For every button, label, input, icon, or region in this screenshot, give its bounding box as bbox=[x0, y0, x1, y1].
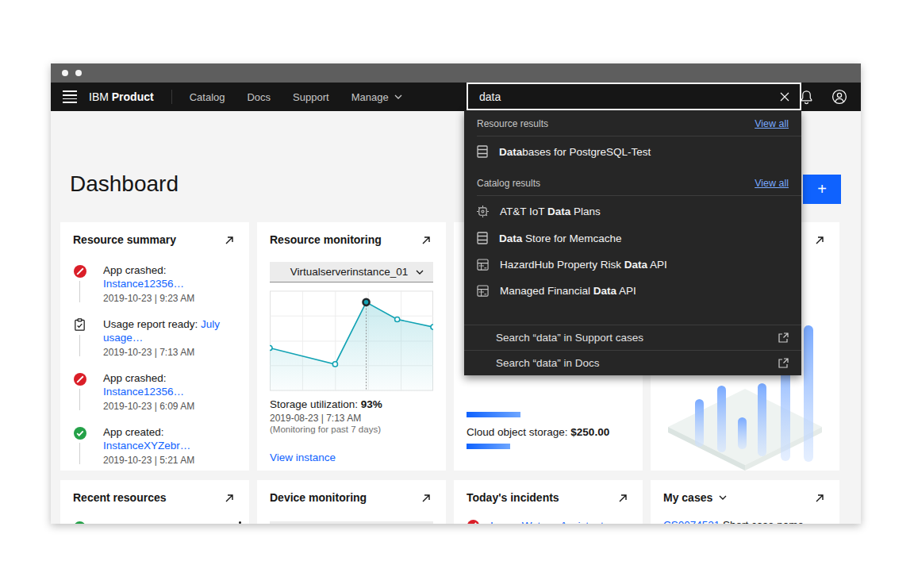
search-results-dropdown: Resource results View all Databases for … bbox=[464, 110, 801, 375]
nav-item-catalog[interactable]: Catalog bbox=[190, 91, 225, 103]
storage-chart bbox=[270, 289, 433, 393]
report-icon bbox=[73, 318, 86, 332]
chevron-down-icon bbox=[416, 270, 424, 275]
search-result-item[interactable]: Managed Financial Data API bbox=[464, 278, 801, 304]
metric-timestamp: 2019-08-23 | 7:13 AM bbox=[270, 413, 433, 424]
external-link-icon bbox=[778, 358, 789, 369]
nav-item-docs[interactable]: Docs bbox=[247, 91, 271, 103]
app-window: IBM Product Catalog Docs Support Manage bbox=[51, 63, 861, 524]
database-icon bbox=[477, 232, 488, 244]
event-timestamp: 2019-10-23 | 7:13 AM bbox=[103, 347, 236, 358]
view-all-catalog-link[interactable]: View all bbox=[755, 178, 789, 189]
incident-link[interactable]: Issue: Watson Assistant bbox=[490, 520, 604, 524]
api-icon bbox=[477, 285, 489, 297]
event-row: Usage report ready: July usage… 2019-10-… bbox=[73, 317, 236, 358]
event-link[interactable]: Instance12356… bbox=[103, 278, 184, 290]
search-in-docs[interactable]: Search “data” in Docs bbox=[464, 350, 801, 375]
catalog-results-header: Catalog results View all bbox=[464, 167, 801, 195]
nav-item-manage[interactable]: Manage bbox=[351, 91, 402, 103]
resource-link[interactable]: Zebrabusiness-instance-123 bbox=[97, 521, 232, 524]
database-icon bbox=[477, 145, 488, 158]
incident-row: Issue: Watson Assistant Dallas – 3:24 PM… bbox=[467, 518, 630, 524]
card-title: Device monitoring bbox=[270, 491, 367, 504]
brand-logo[interactable]: IBM Product bbox=[89, 90, 154, 103]
external-link-icon bbox=[778, 332, 789, 344]
chevron-down-icon bbox=[394, 94, 402, 99]
view-all-resources-link[interactable]: View all bbox=[755, 118, 789, 129]
launch-icon[interactable] bbox=[419, 491, 433, 505]
launch-icon[interactable] bbox=[812, 233, 827, 248]
launch-icon[interactable] bbox=[616, 491, 630, 505]
resource-row: Zebrabusiness-instance-123 Continuous de… bbox=[73, 520, 236, 524]
view-instance-link[interactable]: View instance bbox=[270, 452, 336, 463]
nav-divider bbox=[171, 90, 172, 104]
usage-progress-bar bbox=[467, 444, 510, 449]
nav-links: Catalog Docs Support Manage bbox=[190, 91, 402, 103]
todays-incidents-card: Today's incidents Issue: Watson Assistan… bbox=[454, 480, 643, 524]
window-dot[interactable] bbox=[62, 70, 68, 76]
event-timestamp: 2019-10-23 | 6:09 AM bbox=[103, 401, 236, 412]
error-icon bbox=[73, 372, 87, 386]
case-row: CS0074521 Short case name In progress | … bbox=[663, 518, 827, 524]
usage-storage-label: Cloud object storage: $250.00 bbox=[467, 426, 609, 438]
user-avatar-icon bbox=[831, 89, 847, 105]
resource-summary-card: Resource summary App crashed: Instance12… bbox=[60, 222, 249, 471]
search-result-item[interactable]: HazardHub Property Risk Data API bbox=[464, 252, 801, 278]
metric-note: (Monitoring for past 7 days) bbox=[270, 425, 433, 434]
usage-progress-bar bbox=[467, 412, 520, 417]
case-link[interactable]: CS0074521 bbox=[663, 519, 720, 524]
card-title: Resource summary bbox=[73, 233, 176, 246]
chevron-down-icon[interactable] bbox=[719, 495, 727, 500]
error-icon bbox=[467, 519, 480, 524]
api-icon bbox=[477, 259, 489, 271]
event-row: App created: InstanceXYZebr… 2019-10-23 … bbox=[73, 425, 236, 466]
nav-right-actions bbox=[791, 83, 861, 111]
recent-resources-card: Recent resources Zebrabusiness-instance-… bbox=[60, 480, 249, 524]
global-search bbox=[467, 83, 801, 110]
device-monitoring-card: Device monitoring All devices 1,207 bbox=[257, 480, 446, 524]
nav-item-support[interactable]: Support bbox=[293, 91, 329, 103]
error-icon bbox=[73, 264, 87, 279]
card-title: Recent resources bbox=[73, 491, 167, 504]
launch-icon[interactable] bbox=[222, 233, 236, 248]
success-icon bbox=[73, 426, 87, 440]
window-dot[interactable] bbox=[75, 70, 82, 76]
card-title: Resource monitoring bbox=[270, 233, 382, 246]
search-result-item[interactable]: AT&T IoT Data Plans bbox=[464, 196, 801, 225]
success-icon bbox=[73, 521, 86, 524]
search-input[interactable] bbox=[468, 90, 770, 103]
close-icon[interactable] bbox=[770, 84, 800, 109]
card-title: Today's incidents bbox=[467, 491, 559, 504]
event-link[interactable]: Instance12356… bbox=[103, 386, 184, 398]
event-timestamp: 2019-10-23 | 5:21 AM bbox=[103, 455, 236, 466]
storage-chart-wrap bbox=[270, 289, 433, 393]
account-button[interactable] bbox=[824, 83, 854, 111]
device-selector[interactable]: All devices bbox=[270, 521, 433, 524]
overflow-menu-icon[interactable] bbox=[239, 520, 241, 524]
launch-icon[interactable] bbox=[419, 233, 433, 248]
event-row: App crashed: Instance12356… 2019-10-23 |… bbox=[73, 371, 236, 412]
search-in-support-cases[interactable]: Search “data” in Support cases bbox=[464, 325, 801, 350]
search-result-item[interactable]: Data Store for Memcache bbox=[464, 225, 801, 252]
launch-icon[interactable] bbox=[812, 491, 827, 505]
resource-monitoring-card: Resource monitoring Virtualserverinstanc… bbox=[257, 222, 446, 471]
event-timestamp: 2019-10-23 | 9:23 AM bbox=[103, 293, 236, 304]
window-titlebar bbox=[51, 63, 861, 83]
resource-results-header: Resource results View all bbox=[464, 110, 801, 136]
metric-value: Storage utilization: 93% bbox=[270, 398, 433, 410]
event-link[interactable]: InstanceXYZebr… bbox=[103, 440, 190, 452]
my-cases-card: My cases CS0074521 Short case name In pr… bbox=[651, 480, 839, 524]
menu-icon[interactable] bbox=[51, 83, 89, 111]
page-title: Dashboard bbox=[70, 171, 179, 197]
create-resource-button[interactable]: + bbox=[803, 175, 841, 204]
launch-icon[interactable] bbox=[222, 491, 236, 505]
instance-selector[interactable]: Virtualserverinstance_01 bbox=[270, 262, 433, 282]
event-row: App crashed: Instance12356… 2019-10-23 |… bbox=[73, 263, 236, 304]
iot-icon bbox=[477, 206, 489, 217]
search-result-item[interactable]: Databases for PostgreSQL-Test bbox=[464, 136, 801, 167]
card-title: My cases bbox=[663, 491, 727, 504]
